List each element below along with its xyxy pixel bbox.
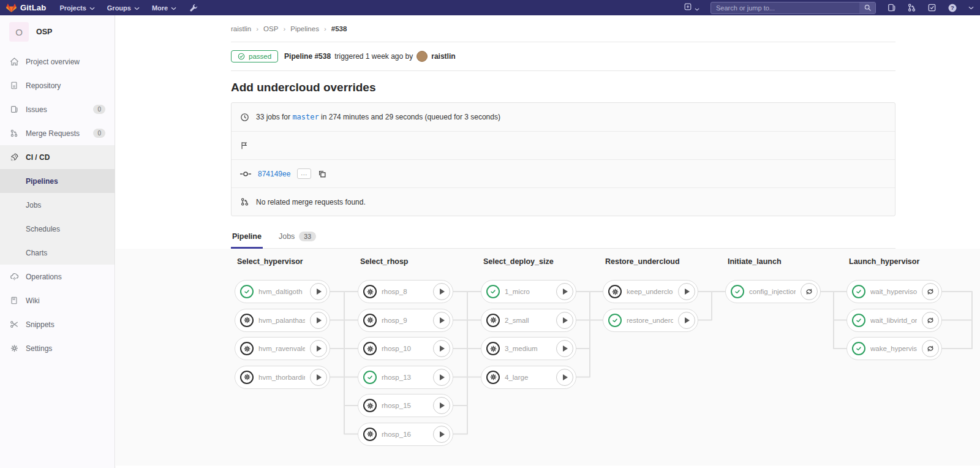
author-avatar[interactable] xyxy=(417,51,428,62)
menu-projects[interactable]: Projects xyxy=(59,4,94,12)
job-name: hvm_ravenvale xyxy=(258,345,305,352)
new-menu-button[interactable] xyxy=(684,2,699,13)
job-pill[interactable]: wake_hypervisor xyxy=(846,337,942,360)
job-pill[interactable]: config_injection xyxy=(725,280,821,303)
job-pill[interactable]: restore_undercl... xyxy=(603,309,698,332)
retry-button[interactable] xyxy=(922,340,939,357)
job-pill[interactable]: rhosp_15 xyxy=(358,394,453,417)
job-pill[interactable]: hvm_palanthas xyxy=(235,309,330,332)
divider xyxy=(231,70,895,71)
chevron-down-icon[interactable] xyxy=(968,6,974,10)
project-avatar: O xyxy=(9,22,29,42)
top-navbar: GitLab Projects Groups More xyxy=(0,0,980,15)
tab-jobs[interactable]: Jobs 33 xyxy=(277,227,317,249)
job-pill[interactable]: keep_undercloud xyxy=(603,280,698,303)
sidebar-item-jobs[interactable]: Jobs xyxy=(0,193,115,217)
play-button[interactable] xyxy=(310,283,327,300)
admin-wrench-icon[interactable] xyxy=(189,3,198,12)
issues-icon[interactable] xyxy=(887,3,896,12)
search-icon[interactable] xyxy=(859,2,875,14)
commit-row: 874149ee ... xyxy=(232,159,895,187)
play-button[interactable] xyxy=(556,312,573,329)
sidebar-item-settings[interactable]: Settings xyxy=(0,336,115,360)
sidebar-item-merge-requests[interactable]: Merge Requests0 xyxy=(0,121,115,145)
help-icon[interactable]: ? xyxy=(948,3,957,13)
play-button[interactable] xyxy=(433,312,450,329)
job-pill[interactable]: 2_small xyxy=(481,309,576,332)
count-badge: 0 xyxy=(93,105,105,114)
search-input[interactable] xyxy=(711,4,859,12)
play-button[interactable] xyxy=(678,312,695,329)
passed-status-icon xyxy=(852,285,865,298)
job-pill[interactable]: 3_medium xyxy=(481,337,576,360)
play-button[interactable] xyxy=(556,340,573,357)
sidebar-item-wiki[interactable]: Wiki xyxy=(0,289,115,312)
project-header[interactable]: O OSP xyxy=(0,15,115,50)
navbar-menu: Projects Groups More xyxy=(59,3,198,12)
play-button[interactable] xyxy=(556,369,573,386)
scissors-icon xyxy=(9,320,19,329)
job-name: rhosp_15 xyxy=(382,402,428,409)
sidebar-item-pipelines[interactable]: Pipelines xyxy=(0,169,115,193)
sidebar-item-charts[interactable]: Charts xyxy=(0,241,115,265)
play-button[interactable] xyxy=(433,369,450,386)
job-pill[interactable]: rhosp_9 xyxy=(358,309,453,332)
stage-header: Select_rhosp xyxy=(360,257,409,266)
job-pill[interactable]: rhosp_16 xyxy=(358,423,453,446)
play-button[interactable] xyxy=(310,369,327,386)
job-pill[interactable]: wait_libvirtd_onli... xyxy=(846,309,942,332)
play-button[interactable] xyxy=(310,340,327,357)
author-name[interactable]: raistlin xyxy=(431,52,455,61)
breadcrumb-group[interactable]: raistlin xyxy=(231,25,251,32)
sidebar-item-snippets[interactable]: Snippets xyxy=(0,312,115,336)
job-pill[interactable]: wait_hypervisor_... xyxy=(846,280,942,303)
job-pill[interactable]: 1_micro xyxy=(481,280,576,303)
commit-sha-link[interactable]: 874149ee xyxy=(258,170,290,178)
job-pill[interactable]: 4_large xyxy=(481,366,576,389)
job-pill[interactable]: rhosp_8 xyxy=(358,280,453,303)
menu-more[interactable]: More xyxy=(152,4,176,12)
manual-status-icon xyxy=(486,371,500,384)
sidebar-item-project-overview[interactable]: Project overview xyxy=(0,50,115,74)
retry-button[interactable] xyxy=(801,283,818,300)
status-badge[interactable]: passed xyxy=(231,50,278,62)
merge-requests-icon[interactable] xyxy=(907,3,916,12)
copy-icon[interactable] xyxy=(318,170,326,178)
branch-link[interactable]: master xyxy=(292,113,318,121)
job-pill[interactable]: hvm_ravenvale xyxy=(235,337,330,360)
sidebar-item-label: Jobs xyxy=(26,201,41,209)
job-pill[interactable]: hvm_daltigoth xyxy=(235,280,330,303)
sidebar-item-repository[interactable]: Repository xyxy=(0,74,115,97)
job-name: 1_micro xyxy=(505,288,551,295)
commit-message-expand-button[interactable]: ... xyxy=(297,168,311,179)
job-pill[interactable]: rhosp_13 xyxy=(358,366,453,389)
menu-groups[interactable]: Groups xyxy=(107,4,140,12)
play-button[interactable] xyxy=(556,283,573,300)
job-name: restore_undercl... xyxy=(627,317,673,324)
sidebar-item-ci-cd[interactable]: CI / CD xyxy=(0,145,115,169)
play-button[interactable] xyxy=(310,312,327,329)
retry-button[interactable] xyxy=(922,283,939,300)
play-button[interactable] xyxy=(433,397,450,414)
retry-button[interactable] xyxy=(922,312,939,329)
breadcrumb-project[interactable]: OSP xyxy=(263,25,278,32)
play-button[interactable] xyxy=(433,283,450,300)
play-icon xyxy=(317,317,322,323)
retry-icon xyxy=(926,287,935,296)
sidebar-item-schedules[interactable]: Schedules xyxy=(0,217,115,241)
play-icon xyxy=(563,289,568,295)
todos-icon[interactable] xyxy=(927,3,937,12)
gitlab-logo[interactable]: GitLab xyxy=(6,3,46,13)
tab-pipeline[interactable]: Pipeline xyxy=(231,227,263,249)
play-button[interactable] xyxy=(433,426,450,443)
job-pill[interactable]: hvm_thorbardin xyxy=(235,366,330,389)
play-button[interactable] xyxy=(433,340,450,357)
project-sidebar: O OSP Project overviewRepositoryIssues0M… xyxy=(0,15,115,468)
sidebar-item-issues[interactable]: Issues0 xyxy=(0,97,115,121)
sidebar-item-operations[interactable]: Operations xyxy=(0,265,115,289)
logo-text: GitLab xyxy=(20,3,46,12)
job-pill[interactable]: rhosp_10 xyxy=(358,337,453,360)
play-icon xyxy=(317,345,322,352)
breadcrumb-pipelines[interactable]: Pipelines xyxy=(290,25,319,32)
play-button[interactable] xyxy=(678,283,695,300)
